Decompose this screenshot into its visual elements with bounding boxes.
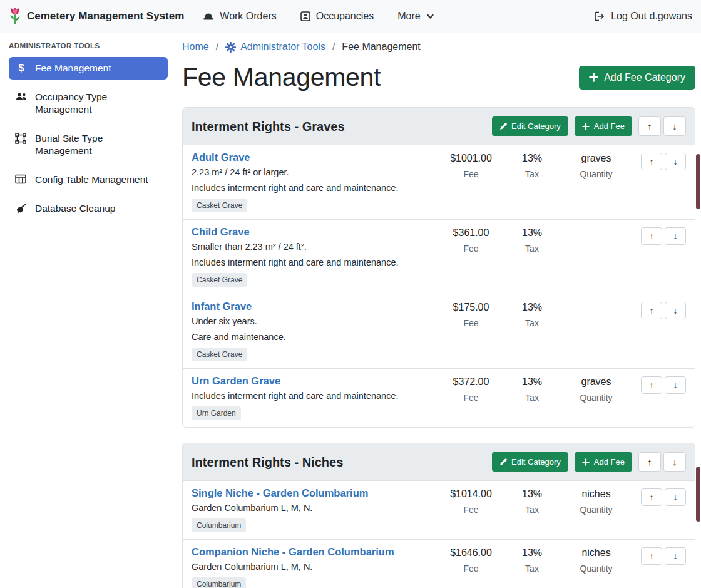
fee-move-down-button[interactable]: ↓ bbox=[665, 488, 686, 506]
fee-quantity: graves Quantity bbox=[560, 152, 632, 179]
nav-work-orders[interactable]: Work Orders bbox=[203, 11, 276, 22]
sidebar-item-database-cleanup[interactable]: Database Cleanup bbox=[9, 197, 168, 220]
fee-name-link[interactable]: Adult Grave bbox=[192, 152, 250, 163]
fee-name-link[interactable]: Companion Niche - Garden Columbarium bbox=[192, 546, 394, 558]
category-move-down-button[interactable]: ↓ bbox=[663, 116, 686, 136]
app-brand[interactable]: Cemetery Management System bbox=[9, 7, 184, 26]
sidebar-item-config-table-management[interactable]: Config Table Management bbox=[9, 168, 168, 191]
fee-name-link[interactable]: Infant Grave bbox=[192, 301, 252, 312]
edit-category-button[interactable]: Edit Category bbox=[492, 452, 568, 472]
arrow-up-icon: ↑ bbox=[650, 492, 654, 502]
sidebar-item-occupancy-type-management[interactable]: Occupancy Type Management bbox=[9, 86, 168, 121]
breadcrumb-current: Fee Management bbox=[342, 41, 420, 53]
arrow-up-icon: ↑ bbox=[647, 456, 652, 467]
plus-icon bbox=[582, 458, 590, 466]
sidebar-section-title: ADMINISTRATOR TOOLS bbox=[9, 41, 168, 57]
arrow-up-icon: ↑ bbox=[650, 380, 654, 390]
category-move-up-button[interactable]: ↑ bbox=[638, 452, 661, 472]
breadcrumb-home-link[interactable]: Home bbox=[182, 41, 209, 53]
fee-move-down-button[interactable]: ↓ bbox=[665, 302, 686, 319]
sidebar-item-fee-management[interactable]: $ Fee Management bbox=[9, 57, 168, 80]
fee-quantity bbox=[560, 226, 632, 232]
category-title: Interment Rights - Niches bbox=[192, 453, 486, 472]
arrow-down-icon: ↓ bbox=[672, 121, 677, 132]
arrow-up-icon: ↑ bbox=[650, 231, 654, 241]
category-header: Interment Rights - Niches Edit Category … bbox=[183, 443, 695, 481]
fee-move-down-button[interactable]: ↓ bbox=[665, 153, 686, 170]
add-fee-button[interactable]: Add Fee bbox=[575, 116, 632, 136]
category-move-up-button[interactable]: ↑ bbox=[638, 116, 661, 136]
add-fee-button[interactable]: Add Fee bbox=[575, 452, 632, 472]
fee-row: Adult Grave 2.23 m² / 24 ft² or larger. … bbox=[183, 145, 695, 220]
chevron-down-icon bbox=[426, 13, 434, 20]
fee-category-card: Interment Rights - Graves Edit Category … bbox=[182, 107, 695, 428]
fee-move-down-button[interactable]: ↓ bbox=[665, 376, 686, 394]
fee-move-up-button[interactable]: ↑ bbox=[641, 302, 662, 319]
fee-name-link[interactable]: Child Grave bbox=[192, 226, 250, 238]
vector-square-icon bbox=[15, 133, 28, 144]
scrollbar-thumb[interactable] bbox=[696, 154, 700, 209]
fee-tax: 13% Tax bbox=[504, 152, 560, 179]
plus-icon bbox=[582, 123, 590, 130]
fee-quantity: graves Quantity bbox=[560, 375, 632, 403]
arrow-down-icon: ↓ bbox=[673, 306, 678, 316]
breadcrumb-admin-tools-link[interactable]: Administrator Tools bbox=[225, 41, 325, 53]
category-move-down-button[interactable]: ↓ bbox=[663, 452, 686, 472]
fee-move-up-button[interactable]: ↑ bbox=[641, 547, 662, 565]
fee-tax: 13% Tax bbox=[504, 301, 560, 328]
category-header: Interment Rights - Graves Edit Category … bbox=[183, 108, 695, 145]
fee-tax: 13% Tax bbox=[504, 226, 560, 254]
fee-move-down-button[interactable]: ↓ bbox=[665, 547, 686, 565]
logout-link[interactable]: Log Out d.gowans bbox=[594, 11, 692, 22]
main-nav: Work Orders Occupancies More bbox=[203, 11, 434, 22]
arrow-down-icon: ↓ bbox=[672, 456, 677, 467]
arrow-down-icon: ↓ bbox=[673, 492, 678, 502]
fee-move-up-button[interactable]: ↑ bbox=[641, 376, 662, 394]
fee-type-badge: Urn Garden bbox=[192, 406, 241, 420]
gear-icon bbox=[225, 42, 236, 53]
broom-icon bbox=[15, 203, 28, 214]
breadcrumb-separator: / bbox=[216, 41, 218, 53]
edit-category-button[interactable]: Edit Category bbox=[492, 116, 568, 136]
admin-sidebar: ADMINISTRATOR TOOLS $ Fee Management Occ… bbox=[0, 33, 175, 226]
page-title: Fee Management bbox=[182, 63, 381, 92]
arrow-up-icon: ↑ bbox=[650, 551, 654, 561]
fee-amount: $175.00 Fee bbox=[438, 301, 504, 328]
arrow-down-icon: ↓ bbox=[673, 157, 678, 167]
arrow-up-icon: ↑ bbox=[647, 121, 652, 132]
fee-move-down-button[interactable]: ↓ bbox=[665, 227, 686, 245]
fee-amount: $1001.00 Fee bbox=[438, 152, 504, 179]
dollar-icon: $ bbox=[15, 63, 28, 74]
add-fee-category-button[interactable]: Add Fee Category bbox=[579, 66, 695, 90]
category-title: Interment Rights - Graves bbox=[192, 117, 486, 136]
fee-amount: $1646.00 Fee bbox=[438, 546, 504, 574]
fee-tax: 13% Tax bbox=[504, 375, 560, 403]
fee-name-link[interactable]: Urn Garden Grave bbox=[192, 375, 280, 387]
fee-move-up-button[interactable]: ↑ bbox=[641, 153, 662, 170]
pencil-icon bbox=[499, 123, 507, 130]
fee-description: Garden Columbarium L, M, N. bbox=[192, 561, 433, 573]
occupancy-badge-icon bbox=[300, 11, 310, 21]
fee-amount: $1014.00 Fee bbox=[438, 487, 504, 515]
fee-description: Includes interment right and care and ma… bbox=[192, 182, 433, 194]
fee-type-badge: Columbarium bbox=[192, 577, 246, 588]
fee-amount: $361.00 Fee bbox=[438, 226, 504, 254]
fee-move-up-button[interactable]: ↑ bbox=[641, 488, 662, 506]
nav-occupancies[interactable]: Occupancies bbox=[300, 11, 374, 22]
fee-description: Includes interment right and care and ma… bbox=[192, 257, 433, 269]
arrow-up-icon: ↑ bbox=[650, 306, 654, 316]
fee-row: Single Niche - Garden Columbarium Garden… bbox=[183, 481, 695, 540]
nav-more[interactable]: More bbox=[397, 11, 434, 22]
fee-description: Care and maintenance. bbox=[192, 331, 433, 343]
tulip-logo-icon bbox=[9, 7, 21, 26]
breadcrumb: Home / bbox=[182, 41, 695, 53]
fee-amount: $372.00 Fee bbox=[438, 375, 504, 403]
sidebar-item-burial-site-type-management[interactable]: Burial Site Type Management bbox=[9, 127, 168, 162]
fee-description: Smaller than 2.23 m² / 24 ft². bbox=[192, 241, 433, 253]
main-content: Home / bbox=[175, 33, 701, 588]
fee-move-up-button[interactable]: ↑ bbox=[641, 227, 662, 245]
scrollbar-thumb[interactable] bbox=[696, 467, 700, 522]
fee-tax: 13% Tax bbox=[504, 546, 560, 574]
fee-row: Child Grave Smaller than 2.23 m² / 24 ft… bbox=[183, 220, 695, 294]
fee-name-link[interactable]: Single Niche - Garden Columbarium bbox=[192, 487, 368, 499]
